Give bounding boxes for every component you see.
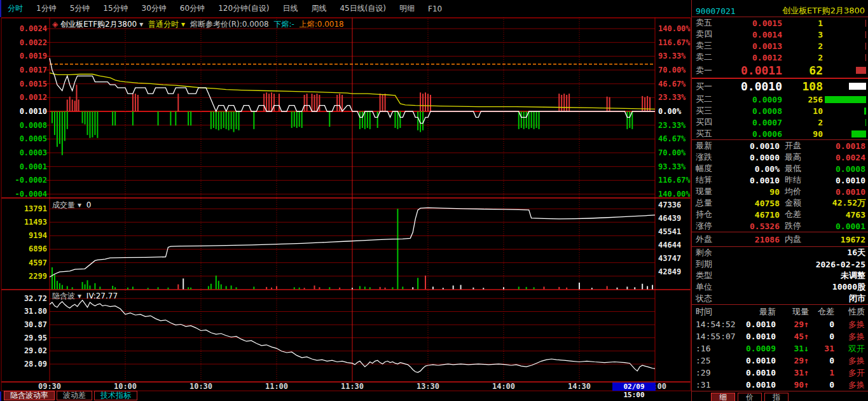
menu-item-10[interactable]: 明细 — [399, 3, 415, 14]
menu-item-5[interactable]: 60分钟 — [180, 3, 205, 14]
price-axis-label: 0.0012 — [20, 93, 47, 102]
quote-panel: 90007021 创业板ETF购2月3800 卖五0.00151卖四0.0014… — [691, 0, 868, 401]
percent-axis-label: 23.33% — [658, 121, 686, 130]
chart-canvas[interactable]: 0.0024140.00%0.0022116.67%0.001993.33%0.… — [0, 17, 691, 391]
percent-axis-label: 93.33% — [658, 162, 686, 171]
tab-detail-1[interactable]: 价 — [738, 393, 762, 401]
oi-axis-label: 46439 — [658, 214, 681, 223]
time-axis-label: 11:00 — [265, 382, 288, 391]
tick-volume: 31↑ — [776, 368, 809, 377]
sell-label: 卖四 — [696, 29, 724, 40]
sell-label: 卖三 — [696, 40, 724, 52]
quote-row: 结算0.0010昨结0.0010 — [692, 174, 868, 186]
tick-row: 14:54:520.001029↑0多换 — [692, 318, 868, 330]
time-axis-label: 09:30 — [38, 382, 61, 391]
time-axis-label: 14:30 — [568, 382, 591, 391]
buy-price: 0.0009 — [724, 95, 782, 104]
tick-table: 时间最新现量仓差性质14:54:520.001029↑0多换14:55:070.… — [692, 305, 868, 391]
depth-bar — [865, 54, 866, 61]
sell-price: 0.0015 — [724, 18, 782, 28]
price-axis-label: 0.0017 — [20, 66, 47, 74]
sell-price: 0.0011 — [724, 64, 782, 77]
menu-item-2[interactable]: 5分钟 — [70, 3, 90, 14]
quote-label: 最高 — [780, 151, 811, 163]
iv-axis-label: 28.09 — [24, 360, 47, 369]
menu-bar: 分时1分钟5分钟15分钟30分钟60分钟120分钟(自设)日线周线45日线(自设… — [1, 0, 691, 17]
time-axis-label: 13:30 — [417, 382, 439, 391]
quote-label: 总量 — [696, 197, 725, 209]
tick-nature: 多换 — [834, 355, 865, 367]
buy-label: 买四 — [696, 116, 724, 128]
oi-axis-label: 44644 — [658, 241, 681, 250]
order-book-row[interactable]: 买五0.000690 — [692, 128, 868, 139]
volume-axis-label: 2299 — [29, 272, 47, 281]
sell-price: 0.0012 — [724, 53, 782, 62]
price-axis-label: 0.0005 — [20, 134, 47, 143]
tick-vol-num: 29 — [794, 320, 804, 329]
quote-label: 幅度 — [696, 163, 725, 174]
order-book-row[interactable]: 卖一0.001162 — [692, 63, 868, 78]
quote-value: 90 — [725, 187, 780, 197]
volume-axis-label: 11493 — [24, 218, 47, 227]
menu-item-0[interactable]: 分时 — [8, 3, 23, 14]
price-axis-label: -0.0002 — [15, 176, 47, 185]
depth-bar-zone — [823, 42, 866, 50]
menu-item-4[interactable]: 30分钟 — [142, 3, 167, 14]
chart-area[interactable]: 0.0024140.00%0.0022116.67%0.001993.33%0.… — [0, 17, 691, 391]
quote-label: 结算 — [696, 174, 725, 186]
order-book-row[interactable]: 卖二0.00122 — [692, 52, 868, 63]
tab-detail-0[interactable]: 细 — [711, 393, 735, 401]
contract-row: 剩余16天 — [692, 247, 868, 258]
tab-detail-2[interactable]: 指 — [764, 393, 789, 401]
tick-price: 0.0010 — [735, 320, 776, 329]
percent-axis-label: 93.33% — [658, 52, 686, 60]
oi-axis-label: 47336 — [658, 200, 681, 209]
percent-axis-label: 46.67% — [658, 80, 686, 88]
outer-value: 21086 — [725, 235, 780, 244]
up-arrow-icon: ↑ — [804, 380, 809, 390]
date-box[interactable]: 02/09 15:00 — [612, 383, 656, 391]
order-book-row[interactable]: 卖四0.00143 — [692, 29, 868, 40]
sell-label: 卖二 — [696, 52, 724, 63]
contract-value: 2026-02-25 — [725, 260, 865, 269]
tick-nature: 多开 — [834, 367, 865, 379]
order-book-row[interactable]: 买一0.0010108 — [692, 79, 868, 94]
quote-grid: 最新0.0010开盘0.0018涨跌0.0000最高0.0024幅度0.00%最… — [692, 140, 868, 232]
menu-item-1[interactable]: 1分钟 — [36, 3, 57, 14]
volume-axis-label: 6896 — [29, 244, 47, 253]
price-axis-label: 0.0024 — [20, 24, 47, 33]
quote-value: 0.0008 — [811, 164, 865, 174]
tick-vol-num: 31 — [794, 344, 804, 353]
tick-oi-diff: 0 — [809, 356, 834, 365]
tick-time: 14:55:07 — [696, 332, 735, 341]
order-book-row[interactable]: 买三0.000810 — [692, 105, 868, 116]
menu-item-8[interactable]: 周线 — [311, 3, 326, 14]
quote-row: 总量40758金额42.52万 — [692, 197, 868, 209]
order-book-row[interactable]: 买二0.0009256 — [692, 94, 868, 105]
tick-price: 0.0010 — [735, 356, 776, 365]
tick-header-row: 时间最新现量仓差性质 — [692, 305, 868, 318]
menu-item-7[interactable]: 日线 — [282, 3, 298, 14]
tab-indicator-0[interactable]: 隐含波动率 — [4, 391, 55, 400]
tab-indicator-2[interactable]: 技术指标 — [94, 391, 137, 400]
buy-label: 买五 — [696, 128, 724, 139]
order-book-row[interactable]: 卖三0.00132 — [692, 40, 868, 52]
depth-bar-zone — [823, 19, 866, 27]
contract-row: 单位10000股 — [692, 281, 868, 293]
order-book-row[interactable]: 买四0.00072 — [692, 116, 868, 128]
price-axis-label: 0.0022 — [20, 38, 47, 47]
tick-time: :16 — [696, 344, 735, 353]
quote-label: 最低 — [780, 163, 811, 174]
tick-header: 时间 — [696, 306, 735, 318]
menu-item-11[interactable]: F10 — [428, 4, 442, 13]
menu-item-9[interactable]: 45日线(自设) — [340, 3, 386, 14]
tick-row: 14:55:070.001045↑0多换 — [692, 330, 868, 342]
tick-volume: 45↑ — [776, 332, 809, 341]
tab-indicator-1[interactable]: 波动差 — [57, 391, 92, 400]
menu-item-6[interactable]: 120分钟(自设) — [218, 3, 269, 14]
menu-item-3[interactable]: 15分钟 — [103, 3, 128, 14]
contract-value: 闭市 — [725, 293, 865, 304]
order-book-row[interactable]: 卖五0.00151 — [692, 17, 868, 29]
quote-value: 46710 — [725, 210, 780, 220]
percent-axis-label: 70.00% — [658, 148, 686, 157]
